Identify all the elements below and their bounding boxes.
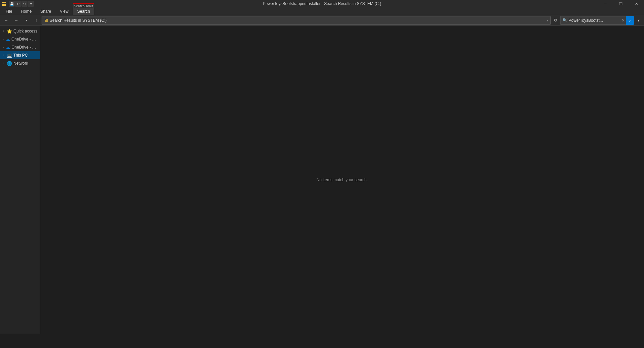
customize-button[interactable]: ▾ [28,1,34,7]
search-icon: 🔍 [562,18,567,22]
ribbon: File Home Share View Search Tools Search [0,7,644,15]
search-input-value: PowerToysBootst... [569,18,620,23]
sidebar: › ⭐ Quick access › ☁ OneDrive - Georgia … [0,26,40,334]
search-clear-button[interactable]: ✕ [622,18,625,23]
sidebar-item-label: OneDrive - Personal [11,45,38,50]
sidebar-item-onedrive-georgia[interactable]: › ☁ OneDrive - Georgia Ir [0,35,40,43]
navigation-bar: ← → ▾ ↑ 🖥 Search Results in SYSTEM (C:) … [0,15,644,26]
address-dropdown-icon: ▾ [547,18,548,22]
network-icon: 🌐 [7,61,12,66]
search-go-button[interactable]: › [626,16,634,25]
svg-rect-1 [4,2,6,3]
chevron-icon: › [2,46,4,49]
sidebar-item-network[interactable]: › 🌐 Network [0,59,40,67]
sidebar-item-label: Network [13,61,28,66]
app-icon [1,1,7,6]
ribbon-tabs: File Home Share View Search Tools Search [0,7,644,15]
address-bar[interactable]: 🖥 Search Results in SYSTEM (C:) ▾ [42,16,551,25]
svg-rect-0 [2,2,4,3]
redo-button[interactable]: ↪ [21,1,28,7]
sidebar-item-quick-access[interactable]: › ⭐ Quick access [0,27,40,35]
onedrive-personal-icon: ☁ [6,45,10,50]
sidebar-item-label: This PC [13,53,28,58]
chevron-icon: › [2,62,5,65]
onedrive-georgia-icon: ☁ [6,37,10,42]
tab-file[interactable]: File [1,7,16,15]
sidebar-item-label: OneDrive - Georgia Ir [11,37,38,42]
recent-locations-button[interactable]: ▾ [21,16,31,25]
tab-search[interactable]: Search Tools Search [73,7,94,15]
title-bar: 💾 ↩ ↪ ▾ PowerToysBootstrappedInstaller -… [0,0,644,7]
expand-button[interactable]: ▾ [635,16,643,25]
tab-view[interactable]: View [55,7,73,15]
forward-button[interactable]: → [11,16,21,25]
search-tools-label: Search Tools [73,3,94,8]
sidebar-item-label: Quick access [13,29,37,33]
undo-button[interactable]: ↩ [15,1,21,7]
up-button[interactable]: ↑ [32,16,41,25]
tab-share[interactable]: Share [36,7,55,15]
title-bar-left: 💾 ↩ ↪ ▾ [1,1,34,7]
address-folder-icon: 🖥 [44,18,48,23]
address-text: Search Results in SYSTEM (C:) [50,18,107,23]
svg-rect-3 [4,4,6,6]
window-title: PowerToysBootstrappedInstaller - Search … [263,1,381,6]
no-items-message: No items match your search. [317,178,368,182]
window-controls: ─ ❐ ✕ [598,0,644,7]
chevron-icon: › [2,38,4,41]
chevron-icon: › [2,54,5,57]
quick-access-icon: ⭐ [7,29,12,34]
main-area: › ⭐ Quick access › ☁ OneDrive - Georgia … [0,26,644,334]
search-box[interactable]: 🔍 PowerToysBootst... ✕ [560,16,627,25]
sidebar-item-this-pc[interactable]: › 💻 This PC [0,51,40,59]
save-button[interactable]: 💾 [9,1,15,7]
close-button[interactable]: ✕ [629,0,644,7]
back-button[interactable]: ← [1,16,11,25]
quick-access-toolbar: 💾 ↩ ↪ ▾ [9,1,34,7]
chevron-icon: › [2,29,5,33]
tab-home[interactable]: Home [16,7,36,15]
restore-button[interactable]: ❐ [613,0,629,7]
refresh-button[interactable]: ↻ [551,16,559,24]
content-pane: No items match your search. [40,26,644,334]
minimize-button[interactable]: ─ [598,0,613,7]
sidebar-item-onedrive-personal[interactable]: › ☁ OneDrive - Personal [0,43,40,51]
this-pc-icon: 💻 [7,53,12,58]
svg-rect-2 [2,4,4,6]
